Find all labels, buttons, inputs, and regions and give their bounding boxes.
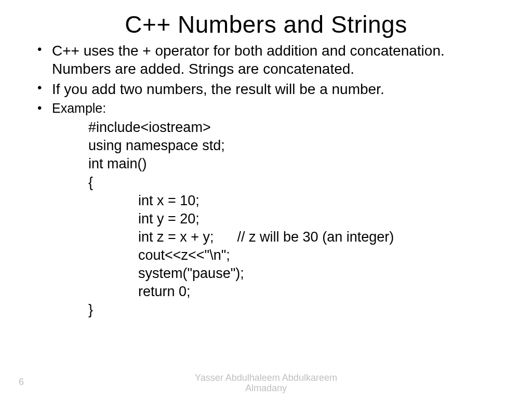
code-line: system("pause"); xyxy=(88,264,501,283)
slide: C++ Numbers and Strings C++ uses the + o… xyxy=(0,0,532,399)
code-line: int x = 10; xyxy=(88,192,501,210)
bullet-item: Example: xyxy=(52,100,501,116)
bullet-item: If you add two numbers, the result will … xyxy=(52,80,501,98)
author-line: Yasser Abdulhaleem Abdulkareem xyxy=(0,373,532,383)
author-line: Almadany xyxy=(0,383,532,394)
bullet-list: C++ uses the + operator for both additio… xyxy=(31,42,501,116)
code-line: #include<iostream> xyxy=(88,118,501,137)
code-line: cout<<z<<"\n"; xyxy=(88,246,501,264)
author-footer: Yasser Abdulhaleem Abdulkareem Almadany xyxy=(0,373,532,394)
slide-title: C++ Numbers and Strings xyxy=(31,10,501,38)
code-line: int main() xyxy=(88,155,501,173)
code-line: int z = x + y; // z will be 30 (an integ… xyxy=(88,228,501,246)
code-line: return 0; xyxy=(88,283,501,301)
code-line: } xyxy=(88,301,501,319)
code-line: int y = 20; xyxy=(88,210,501,228)
code-line: { xyxy=(88,174,501,192)
bullet-item: C++ uses the + operator for both additio… xyxy=(52,42,501,78)
code-line: using namespace std; xyxy=(88,137,501,155)
code-block: #include<iostream> using namespace std; … xyxy=(31,118,501,319)
